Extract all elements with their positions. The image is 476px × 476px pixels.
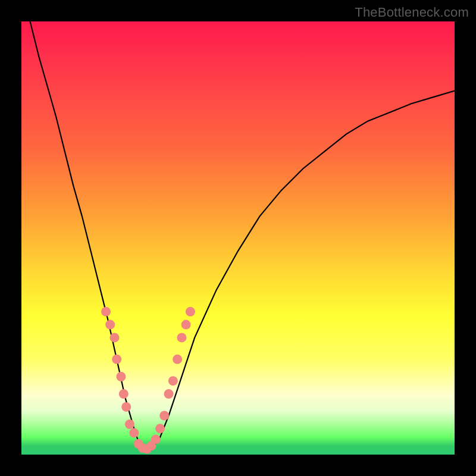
curve-marker [181, 320, 191, 330]
curve-marker [164, 389, 174, 399]
chart-frame: TheBottleneck.com [0, 0, 476, 476]
watermark-text: TheBottleneck.com [355, 5, 469, 20]
curve-marker [155, 424, 165, 433]
curve-marker [168, 376, 178, 386]
curve-layer [21, 21, 455, 455]
curve-marker [101, 307, 111, 317]
curve-marker [121, 402, 131, 412]
curve-marker [186, 307, 195, 317]
curve-marker [125, 419, 134, 429]
curve-marker [112, 355, 121, 364]
curve-marker [116, 372, 126, 381]
curve-marker [151, 435, 161, 444]
bottleneck-curve [30, 21, 455, 450]
curve-marker [129, 428, 139, 438]
curve-marker [110, 333, 120, 342]
plot-area [21, 21, 455, 455]
curve-marker [177, 333, 186, 342]
curve-marker [173, 355, 182, 364]
curve-marker [105, 320, 115, 330]
curve-marker [159, 411, 169, 421]
curve-marker [119, 389, 129, 399]
